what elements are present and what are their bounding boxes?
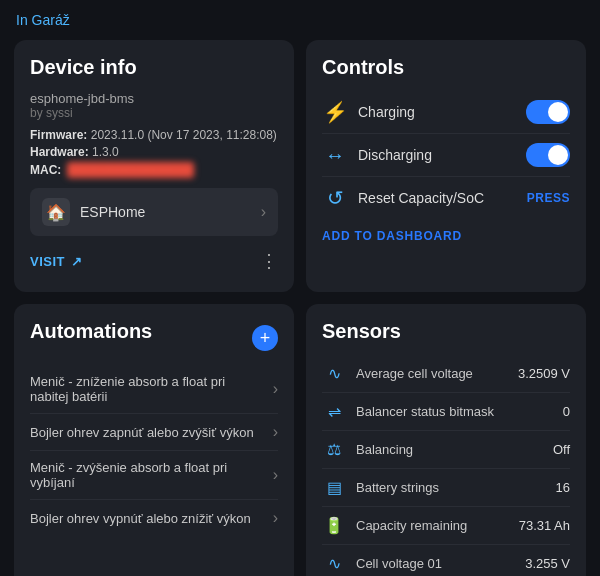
sensor-row: ∿ Cell voltage 01 3.255 V <box>322 545 570 576</box>
breadcrumb[interactable]: In Garáž <box>16 12 70 28</box>
sensor-row: ⇌ Balancer status bitmask 0 <box>322 393 570 431</box>
automations-card: Automations + Menič - zníženie absorb a … <box>14 304 294 576</box>
visit-row: VISIT ↗ ⋮ <box>30 246 278 276</box>
sensor-label: Battery strings <box>356 480 546 495</box>
battery-icon: ▤ <box>322 478 346 497</box>
automation-label: Bojler ohrev vypnúť alebo znížiť výkon <box>30 511 273 526</box>
device-info-title: Device info <box>30 56 278 79</box>
automation-chevron-icon: › <box>273 509 278 527</box>
hardware-value: 1.3.0 <box>92 145 119 159</box>
sensor-row: ▤ Battery strings 16 <box>322 469 570 507</box>
sensor-row: 🔋 Capacity remaining 73.31 Ah <box>322 507 570 545</box>
firmware-value: 2023.11.0 (Nov 17 2023, 11:28:08) <box>91 128 277 142</box>
integration-label: ESPHome <box>80 204 145 220</box>
device-name: esphome-jbd-bms <box>30 91 278 106</box>
sensor-value: 73.31 Ah <box>519 518 570 533</box>
hardware-row: Hardware: 1.3.0 <box>30 145 278 159</box>
discharging-toggle[interactable] <box>526 143 570 167</box>
sensor-value: 3.2509 V <box>518 366 570 381</box>
charging-toggle[interactable] <box>526 100 570 124</box>
sensor-row: ∿ Average cell voltage 3.2509 V <box>322 355 570 393</box>
wave2-icon: ∿ <box>322 554 346 573</box>
sensor-value: Off <box>553 442 570 457</box>
visit-button[interactable]: VISIT ↗ <box>30 254 83 269</box>
sensor-value: 3.255 V <box>525 556 570 571</box>
discharging-control-row: ↔ Discharging <box>322 134 570 177</box>
automation-item[interactable]: Bojler ohrev zapnúť alebo zvýšiť výkon › <box>30 414 278 451</box>
external-link-icon: ↗ <box>71 254 83 269</box>
automation-chevron-icon: › <box>273 423 278 441</box>
controls-card: Controls ⚡ Charging ↔ Discharging ↺ Rese… <box>306 40 586 292</box>
discharging-label: Discharging <box>358 147 516 163</box>
wave-icon: ∿ <box>322 364 346 383</box>
device-info-card: Device info esphome-jbd-bms by syssi Fir… <box>14 40 294 292</box>
battery2-icon: 🔋 <box>322 516 346 535</box>
more-options-button[interactable]: ⋮ <box>260 250 278 272</box>
automation-label: Bojler ohrev zapnúť alebo zvýšiť výkon <box>30 425 273 440</box>
sensors-title: Sensors <box>322 320 570 343</box>
scale-icon: ⚖ <box>322 440 346 459</box>
charging-icon: ⚡ <box>322 100 348 124</box>
sensor-row: ⚖ Balancing Off <box>322 431 570 469</box>
reset-control-row: ↺ Reset Capacity/SoC PRESS <box>322 177 570 219</box>
automation-chevron-icon: › <box>273 380 278 398</box>
automation-item[interactable]: Menič - zvýšenie absorb a float pri vybí… <box>30 451 278 500</box>
add-automation-button[interactable]: + <box>252 325 278 351</box>
charging-control-row: ⚡ Charging <box>322 91 570 134</box>
sensor-value: 16 <box>556 480 570 495</box>
device-by: by syssi <box>30 106 278 120</box>
automations-title: Automations <box>30 320 152 343</box>
sensor-label: Balancer status bitmask <box>356 404 553 419</box>
automation-item[interactable]: Bojler ohrev vypnúť alebo znížiť výkon › <box>30 500 278 536</box>
sensor-label: Average cell voltage <box>356 366 508 381</box>
automation-item[interactable]: Menič - zníženie absorb a float pri nabi… <box>30 365 278 414</box>
sensor-value: 0 <box>563 404 570 419</box>
reset-press-button[interactable]: PRESS <box>527 191 570 205</box>
automation-label: Menič - zníženie absorb a float pri nabi… <box>30 374 273 404</box>
add-to-dashboard-button[interactable]: ADD TO DASHBOARD <box>322 229 462 243</box>
sensor-label: Cell voltage 01 <box>356 556 515 571</box>
firmware-row: Firmware: 2023.11.0 (Nov 17 2023, 11:28:… <box>30 128 278 142</box>
discharging-icon: ↔ <box>322 144 348 167</box>
balance-icon: ⇌ <box>322 402 346 421</box>
mac-row: MAC: C8:09:5A:BB:CC:DD <box>30 162 278 178</box>
sensors-card: Sensors ∿ Average cell voltage 3.2509 V … <box>306 304 586 576</box>
automation-label: Menič - zvýšenie absorb a float pri vybí… <box>30 460 273 490</box>
integration-row[interactable]: 🏠 ESPHome › <box>30 188 278 236</box>
mac-value: C8:09:5A:BB:CC:DD <box>67 162 194 178</box>
reset-icon: ↺ <box>322 186 348 210</box>
esphome-icon: 🏠 <box>42 198 70 226</box>
automation-chevron-icon: › <box>273 466 278 484</box>
sensor-label: Capacity remaining <box>356 518 509 533</box>
reset-label: Reset Capacity/SoC <box>358 190 517 206</box>
sensor-label: Balancing <box>356 442 543 457</box>
charging-label: Charging <box>358 104 516 120</box>
integration-chevron-icon: › <box>261 203 266 221</box>
controls-title: Controls <box>322 56 570 79</box>
